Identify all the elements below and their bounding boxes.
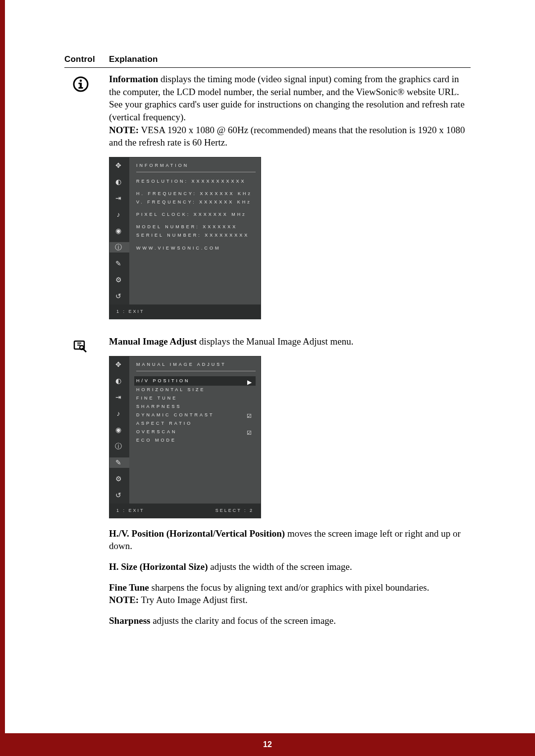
svg-rect-3: [79, 83, 81, 84]
svg-rect-4: [79, 87, 83, 89]
note-label: NOTE:: [109, 125, 139, 135]
sharpness-paragraph: Sharpness adjusts the clarity and focus …: [109, 614, 471, 627]
osd-select: SELECT : 2: [215, 506, 254, 515]
osd-icon-input: ⇥: [109, 193, 129, 203]
hsize-paragraph: H. Size (Horizontal Size) adjusts the wi…: [109, 560, 471, 573]
osd-title: MANUAL IMAGE ADJUST: [136, 360, 256, 371]
info-paragraph: Information displays the timing mode (vi…: [109, 73, 471, 149]
osd-item-eco: ECO MODE: [136, 436, 256, 445]
header-control: Control: [64, 54, 109, 64]
hv-position-paragraph: H./V. Position (Horizontal/Vertical Posi…: [109, 527, 471, 553]
osd-body: INFORMATION RESOLUTION: XXXXXXXXXXX H. F…: [129, 157, 261, 304]
finetune-paragraph: Fine Tune sharpens the focus by aligning…: [109, 581, 471, 606]
document-page: Control Explanation Information displays…: [0, 0, 535, 756]
manual-adjust-icon: [64, 335, 109, 635]
osd-sidebar: ✥ ◐ ⇥ ♪ ◉ ⓘ ✎ ⚙ ↺: [109, 356, 129, 504]
osd-icon-setup: ⚙: [109, 474, 129, 484]
svg-point-1: [80, 80, 82, 82]
osd-information: ✥ ◐ ⇥ ♪ ◉ ⓘ ✎ ⚙ ↺ INFORMATION RESOLUTION…: [109, 157, 261, 319]
osd-item-sharpness: SHARPNESS: [136, 403, 256, 411]
divider: [64, 67, 471, 68]
osd-item-aspect: ASPECT RATIO: [136, 419, 256, 428]
osd-sidebar: ✥ ◐ ⇥ ♪ ◉ ⓘ ✎ ⚙ ↺: [109, 157, 129, 304]
section-manual-image-adjust: Manual Image Adjust displays the Manual …: [64, 335, 471, 635]
section-information: Information displays the timing mode (vi…: [64, 73, 471, 328]
info-icon: [64, 73, 109, 328]
osd-item-dynamic-contrast: DYNAMIC CONTRAST☑: [136, 411, 256, 419]
osd-footer: 1 : EXIT SELECT : 2: [109, 504, 261, 518]
osd-footer: 1 : EXIT: [109, 304, 261, 319]
osd-item-finetune: FINE TUNE: [136, 394, 256, 403]
osd-item-overscan: OVERSCAN☑: [136, 428, 256, 436]
osd-exit: 1 : EXIT: [116, 307, 145, 316]
osd-icon-contrast: ◐: [109, 177, 129, 187]
osd-body: MANUAL IMAGE ADJUST H/V POSITION▶ HORIZO…: [129, 356, 261, 504]
osd-item-hv-position: H/V POSITION▶: [134, 376, 256, 386]
osd-icon-audio: ♪: [109, 408, 129, 419]
page-number: 12: [263, 740, 272, 749]
header-explanation: Explanation: [109, 54, 158, 64]
osd-icon-auto: ✥: [109, 160, 129, 171]
osd-icon-input: ⇥: [109, 392, 129, 403]
table-header: Control Explanation: [64, 54, 471, 64]
info-lead: Information: [109, 74, 158, 84]
osd-icon-setup: ⚙: [109, 275, 129, 285]
osd-icon-recall: ↺: [109, 490, 129, 501]
mia-intro: Manual Image Adjust displays the Manual …: [109, 335, 471, 348]
osd-icon-manual-selected: ✎: [109, 457, 129, 468]
osd-icon-contrast: ◐: [109, 376, 129, 386]
osd-item-hsize: HORIZONTAL SIZE: [136, 386, 256, 394]
osd-icon-recall: ↺: [109, 291, 129, 302]
explanation-body: Information displays the timing mode (vi…: [109, 73, 471, 328]
osd-icon-color: ◉: [109, 425, 129, 435]
page-footer: 12: [0, 733, 535, 756]
osd-exit: 1 : EXIT: [116, 506, 145, 515]
osd-icon-color: ◉: [109, 226, 129, 236]
osd-title: INFORMATION: [136, 161, 256, 172]
osd-icon-info-selected: ⓘ: [109, 242, 129, 252]
osd-icon-audio: ♪: [109, 209, 129, 220]
osd-manual-image-adjust: ✥ ◐ ⇥ ♪ ◉ ⓘ ✎ ⚙ ↺ MANUAL IMAGE ADJUST H/…: [109, 356, 261, 518]
explanation-body: Manual Image Adjust displays the Manual …: [109, 335, 471, 635]
svg-point-6: [80, 346, 84, 350]
osd-icon-info: ⓘ: [109, 441, 129, 452]
side-stripe: [0, 0, 5, 756]
osd-icon-manual: ✎: [109, 258, 129, 269]
osd-icon-auto: ✥: [109, 359, 129, 370]
